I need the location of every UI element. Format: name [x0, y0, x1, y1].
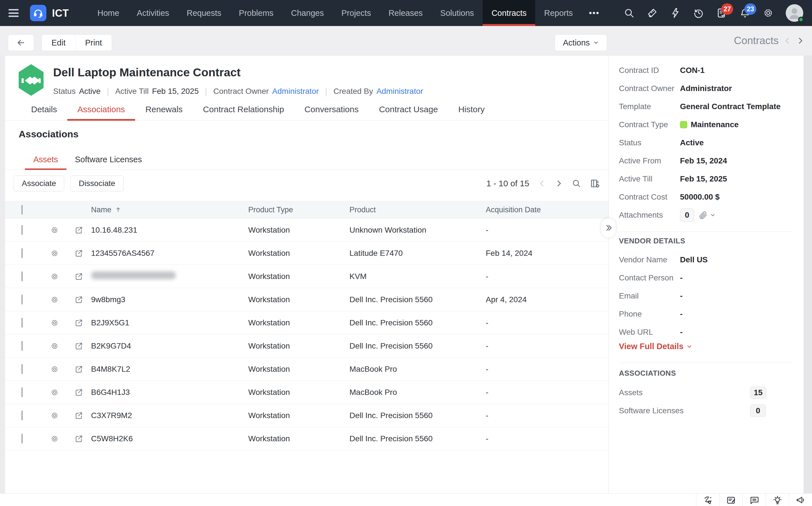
row-settings-gear-icon[interactable]: [50, 226, 59, 234]
back-button[interactable]: [8, 34, 34, 51]
feedback-note-icon[interactable]: [719, 494, 742, 506]
open-in-new-icon[interactable]: [75, 319, 83, 327]
nav-item-activities[interactable]: Activities: [128, 0, 178, 26]
row-settings-gear-icon[interactable]: [50, 365, 59, 373]
column-header-product[interactable]: Product: [349, 205, 486, 214]
association-count[interactable]: 0: [750, 405, 766, 417]
nav-item-releases[interactable]: Releases: [380, 0, 431, 26]
subtab-assets[interactable]: Assets: [25, 149, 67, 170]
column-header-name[interactable]: Name: [91, 205, 111, 214]
tab-associations[interactable]: Associations: [67, 98, 135, 121]
attachments-chevron-down-icon[interactable]: [710, 212, 716, 218]
collapse-panel-icon[interactable]: [601, 218, 616, 238]
row-checkbox[interactable]: [21, 364, 23, 374]
tab-conversations[interactable]: Conversations: [294, 98, 369, 121]
row-settings-gear-icon[interactable]: [50, 319, 59, 327]
row-checkbox[interactable]: [21, 410, 23, 420]
tab-history[interactable]: History: [448, 98, 495, 121]
app-logo-headset-icon[interactable]: [30, 5, 47, 21]
row-settings-gear-icon[interactable]: [50, 434, 59, 443]
nav-item-projects[interactable]: Projects: [332, 0, 380, 26]
open-in-new-icon[interactable]: [75, 342, 83, 350]
row-checkbox[interactable]: [21, 341, 23, 351]
print-button[interactable]: Print: [75, 35, 112, 51]
column-header-product-type[interactable]: Product Type: [248, 205, 349, 214]
row-checkbox[interactable]: [21, 318, 23, 328]
table-search-icon[interactable]: [572, 179, 581, 188]
view-full-details-link[interactable]: View Full Details: [619, 342, 693, 351]
announcements-megaphone-icon[interactable]: [789, 494, 812, 506]
next-record-icon[interactable]: [796, 35, 805, 46]
table-row: 10.16.48.231 Workstation Unknown Worksta…: [5, 219, 608, 242]
row-settings-gear-icon[interactable]: [50, 296, 59, 304]
open-in-new-icon[interactable]: [75, 296, 83, 304]
actions-button[interactable]: Actions: [555, 34, 607, 51]
column-header-acquisition-date[interactable]: Acquisition Date: [486, 205, 608, 214]
nav-item-reports[interactable]: Reports: [535, 0, 582, 26]
status-value: Active: [79, 87, 100, 96]
dissociate-button[interactable]: Dissociate: [70, 176, 123, 191]
row-checkbox[interactable]: [21, 271, 23, 281]
select-all-checkbox[interactable]: [21, 205, 23, 215]
sort-ascending-icon[interactable]: [115, 206, 121, 213]
nav-more-button[interactable]: •••: [582, 0, 607, 26]
open-in-new-icon[interactable]: [75, 249, 83, 258]
column-chooser-icon[interactable]: [590, 178, 600, 188]
product-type-cell: Workstation: [248, 226, 349, 235]
tab-contract-relationship[interactable]: Contract Relationship: [193, 98, 294, 121]
associate-button[interactable]: Associate: [14, 176, 64, 191]
scrollbar-gutter[interactable]: [804, 56, 812, 493]
row-settings-gear-icon[interactable]: [50, 342, 59, 350]
paperclip-icon[interactable]: [698, 210, 708, 220]
settings-gear-icon[interactable]: [762, 7, 774, 19]
row-checkbox[interactable]: [21, 248, 23, 258]
subtab-software-licenses[interactable]: Software Licenses: [67, 149, 150, 170]
approvals-icon[interactable]: 27: [716, 7, 727, 19]
nav-item-home[interactable]: Home: [89, 0, 128, 26]
chevron-down-icon: [686, 343, 693, 350]
row-settings-gear-icon[interactable]: [50, 411, 59, 420]
row-checkbox[interactable]: [21, 294, 23, 305]
association-count[interactable]: 15: [750, 387, 766, 399]
open-in-new-icon[interactable]: [75, 434, 83, 443]
row-checkbox[interactable]: [21, 225, 23, 235]
owner-link[interactable]: Administrator: [272, 87, 319, 96]
open-in-new-icon[interactable]: [75, 365, 83, 373]
notifications-bell-icon[interactable]: 23: [739, 7, 751, 19]
tab-details[interactable]: Details: [21, 98, 67, 121]
user-avatar[interactable]: [786, 4, 803, 22]
quick-actions-icon[interactable]: [670, 7, 681, 19]
nav-item-problems[interactable]: Problems: [230, 0, 282, 26]
add-ticket-icon[interactable]: [647, 7, 658, 19]
zia-assistant-icon[interactable]: [696, 494, 719, 506]
tab-renewals[interactable]: Renewals: [135, 98, 193, 121]
open-in-new-icon[interactable]: [75, 411, 83, 420]
hamburger-menu-icon[interactable]: [8, 9, 19, 17]
row-checkbox[interactable]: [21, 387, 23, 397]
row-checkbox[interactable]: [21, 434, 23, 443]
product-cell: Unknown Workstation: [349, 226, 486, 235]
previous-page-icon[interactable]: [538, 179, 546, 188]
created-by-link[interactable]: Administrator: [376, 87, 423, 96]
open-in-new-icon[interactable]: [75, 226, 83, 234]
tab-contract-usage[interactable]: Contract Usage: [369, 98, 448, 121]
nav-item-solutions[interactable]: Solutions: [431, 0, 483, 26]
open-in-new-icon[interactable]: [75, 388, 83, 397]
row-settings-gear-icon[interactable]: [50, 272, 59, 281]
row-settings-gear-icon[interactable]: [50, 249, 59, 258]
previous-record-icon[interactable]: [783, 35, 792, 46]
attachments-count[interactable]: 0: [680, 208, 694, 222]
row-settings-gear-icon[interactable]: [50, 388, 59, 397]
breadcrumb-label: Contracts: [734, 35, 779, 47]
chat-icon[interactable]: [742, 494, 765, 506]
history-icon[interactable]: [693, 7, 704, 19]
nav-item-contracts[interactable]: Contracts: [483, 0, 535, 26]
open-in-new-icon[interactable]: [75, 272, 83, 281]
search-icon[interactable]: [624, 7, 635, 19]
nav-item-requests[interactable]: Requests: [178, 0, 230, 26]
edit-button[interactable]: Edit: [42, 35, 75, 51]
sidebar-field-row: Contact Person -: [619, 269, 795, 287]
suggestions-bulb-icon[interactable]: [765, 494, 789, 506]
next-page-icon[interactable]: [555, 179, 563, 188]
nav-item-changes[interactable]: Changes: [282, 0, 332, 26]
